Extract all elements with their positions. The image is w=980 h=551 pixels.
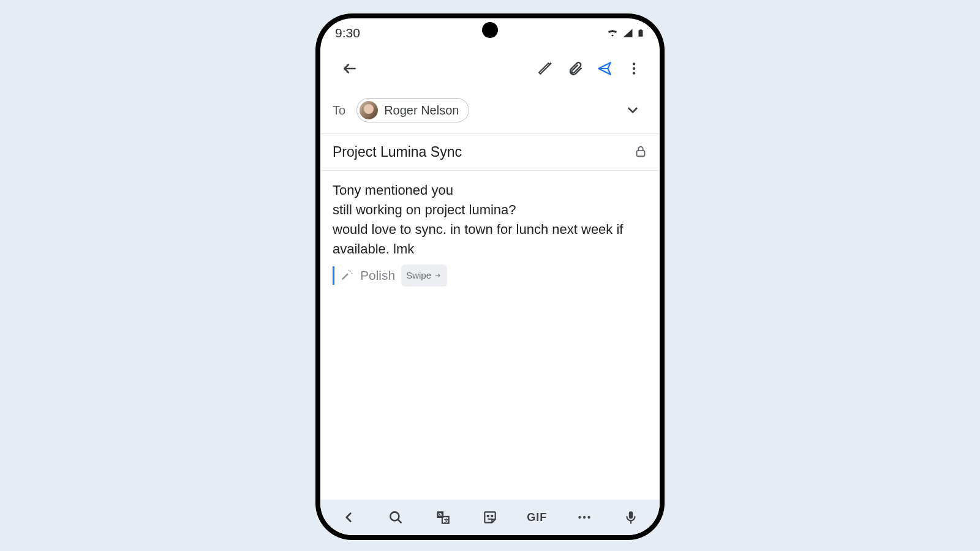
svg-point-18 — [587, 516, 590, 519]
svg-point-8 — [348, 270, 349, 271]
svg-point-14 — [488, 515, 489, 517]
search-icon — [388, 509, 404, 525]
subject-field-row[interactable]: Project Lumina Sync — [320, 134, 660, 171]
body-text[interactable]: Tony mentioned you still working on proj… — [333, 181, 647, 259]
chevron-down-icon — [625, 102, 641, 118]
to-label: To — [333, 103, 345, 118]
magic-pen-icon — [538, 61, 554, 77]
recipient-chip[interactable]: Roger Nelson — [356, 98, 469, 122]
ai-compose-button[interactable] — [531, 54, 560, 83]
body-area[interactable]: Tony mentioned you still working on proj… — [320, 171, 660, 500]
swipe-label: Swipe — [406, 266, 431, 285]
svg-point-3 — [633, 67, 635, 70]
kb-more-button[interactable] — [567, 503, 601, 532]
kb-back-button[interactable] — [331, 503, 366, 532]
avatar — [360, 101, 378, 119]
svg-point-16 — [578, 516, 581, 519]
arrow-left-icon — [342, 61, 358, 77]
compose-app-bar — [320, 48, 660, 89]
status-icons — [606, 26, 645, 40]
status-time: 9:30 — [335, 26, 360, 40]
back-button[interactable] — [335, 54, 364, 83]
kb-sticker-button[interactable] — [473, 503, 507, 532]
kb-gif-button[interactable]: GIF — [520, 503, 554, 532]
front-camera — [482, 22, 498, 38]
send-button[interactable] — [590, 54, 619, 83]
more-vert-icon — [626, 61, 642, 77]
svg-point-6 — [349, 271, 350, 272]
arrow-right-icon — [434, 272, 442, 279]
mic-icon — [623, 509, 639, 525]
kb-voice-button[interactable] — [614, 503, 648, 532]
keyboard-toolbar: G文 GIF — [320, 500, 660, 535]
chevron-left-icon — [341, 509, 356, 525]
svg-point-15 — [491, 515, 492, 517]
attach-button[interactable] — [560, 54, 590, 83]
sticker-icon — [482, 509, 498, 525]
svg-text:G: G — [439, 512, 442, 517]
svg-rect-5 — [637, 151, 645, 156]
gif-label: GIF — [527, 511, 547, 524]
svg-point-2 — [633, 62, 635, 65]
svg-point-17 — [582, 516, 585, 519]
kb-translate-button[interactable]: G文 — [426, 503, 460, 532]
send-icon — [597, 61, 612, 77]
kb-search-button[interactable] — [379, 503, 413, 532]
svg-point-4 — [633, 72, 635, 74]
svg-point-7 — [351, 272, 352, 274]
translate-icon: G文 — [435, 509, 451, 525]
cell-signal-icon — [622, 27, 634, 39]
overflow-menu-button[interactable] — [619, 54, 649, 83]
polish-suggestion[interactable]: Polish Swipe — [333, 266, 647, 285]
recipient-name: Roger Nelson — [384, 103, 459, 118]
sparkle-pen-icon — [341, 269, 354, 282]
phone-frame: 9:30 — [315, 13, 665, 540]
paperclip-icon — [567, 61, 583, 77]
svg-line-11 — [398, 519, 401, 522]
battery-icon — [636, 26, 645, 40]
swipe-hint-badge: Swipe — [401, 264, 447, 287]
to-field-row[interactable]: To Roger Nelson — [320, 89, 660, 134]
expand-recipients-button[interactable] — [618, 96, 647, 125]
wifi-icon — [606, 26, 619, 40]
polish-label: Polish — [360, 266, 395, 285]
subject-input[interactable]: Project Lumina Sync — [333, 144, 634, 160]
screen: 9:30 — [320, 18, 660, 535]
lock-icon — [634, 144, 647, 160]
more-horiz-icon — [576, 509, 592, 525]
svg-text:文: 文 — [443, 518, 449, 523]
